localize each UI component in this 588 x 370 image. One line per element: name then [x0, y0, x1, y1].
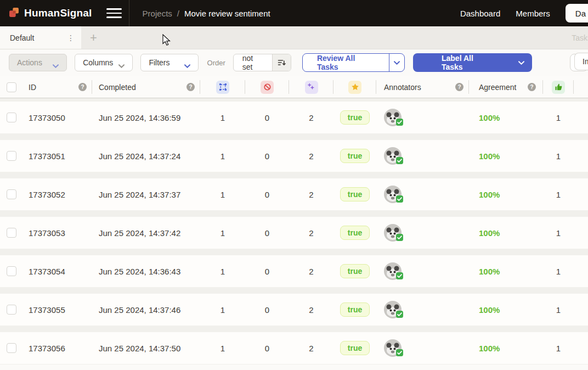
- annotator-avatar[interactable]: [384, 109, 402, 126]
- column-completed-label: Completed: [99, 83, 136, 92]
- annotator-avatar[interactable]: [384, 339, 402, 357]
- thumbs-up-icon[interactable]: [552, 81, 565, 94]
- row-checkbox-cell: [0, 102, 22, 133]
- tab-default[interactable]: Default ⋮: [0, 26, 81, 49]
- cell-annotations-count: 1: [200, 255, 245, 287]
- cell-annotators: [376, 217, 469, 249]
- table-row[interactable]: 17373053 Jun 25 2024, 14:37:42 1 0 2 tru…: [0, 217, 588, 249]
- cell-annotations-count: 1: [200, 140, 245, 172]
- row-checkbox[interactable]: [7, 266, 16, 276]
- import-button[interactable]: Im: [574, 53, 588, 70]
- value-badge: true: [340, 302, 370, 317]
- column-annotations[interactable]: [200, 76, 245, 98]
- order-value[interactable]: not set: [234, 54, 272, 71]
- label-all-tasks-split-button: Label All Tasks: [413, 53, 532, 72]
- sort-direction-icon[interactable]: [272, 54, 291, 71]
- row-checkbox[interactable]: [7, 189, 16, 199]
- review-all-tasks-button[interactable]: Review All Tasks: [303, 54, 389, 71]
- tab-default-label: Default: [10, 33, 34, 42]
- humansignal-logo[interactable]: HumanSignal: [0, 7, 92, 20]
- cell-completed: Jun 25 2024, 14:37:24: [92, 140, 200, 172]
- annotator-avatar[interactable]: [384, 262, 402, 280]
- label-all-tasks-button[interactable]: Label All Tasks: [413, 53, 516, 72]
- cell-annotators: [376, 178, 469, 210]
- column-predictions[interactable]: [289, 76, 333, 98]
- row-checkbox[interactable]: [7, 228, 16, 238]
- row-checkbox[interactable]: [7, 343, 16, 353]
- help-icon[interactable]: ?: [455, 83, 463, 91]
- cell-annotations-count: 1: [200, 294, 245, 326]
- help-icon[interactable]: ?: [78, 83, 87, 91]
- column-value[interactable]: [333, 76, 376, 98]
- table-row[interactable]: 17373050 Jun 25 2024, 14:36:59 1 0 2 tru…: [0, 102, 588, 133]
- tab-options-icon[interactable]: ⋮: [67, 34, 75, 42]
- annotator-check-icon: [396, 310, 403, 319]
- annotator-avatar[interactable]: [384, 301, 402, 318]
- breadcrumb: Projects / Movie review sentiment: [143, 9, 270, 18]
- bounding-box-icon[interactable]: [216, 81, 229, 94]
- column-completed[interactable]: Completed ?: [92, 76, 200, 98]
- cell-annotations-count: 1: [200, 178, 245, 210]
- table-row[interactable]: 17373055 Jun 25 2024, 14:37:46 1 0 2 tru…: [0, 294, 588, 326]
- hamburger-menu-icon[interactable]: [106, 8, 122, 18]
- cell-completed: Jun 25 2024, 14:37:46: [92, 294, 200, 326]
- cell-value: true: [333, 294, 376, 326]
- table-row[interactable]: 17373054 Jun 25 2024, 14:36:43 1 0 2 tru…: [0, 255, 588, 287]
- ban-icon[interactable]: [261, 81, 274, 94]
- help-icon[interactable]: ?: [186, 83, 195, 91]
- sparkles-icon[interactable]: [305, 81, 318, 94]
- value-badge: true: [340, 110, 370, 125]
- nav-dashboard[interactable]: Dashboard: [460, 9, 500, 18]
- cell-predictions-count: 2: [289, 140, 333, 172]
- cell-completed: Jun 25 2024, 14:37:50: [92, 332, 200, 364]
- column-annotators[interactable]: Annotators ?: [376, 76, 469, 98]
- star-icon[interactable]: [348, 81, 361, 94]
- column-overflow: [574, 76, 588, 98]
- nav-data-manager-pill[interactable]: Da: [566, 4, 588, 23]
- columns-dropdown[interactable]: Columns: [75, 54, 133, 71]
- cell-cancelled-count: 0: [245, 332, 289, 364]
- table-row[interactable]: 17373051 Jun 25 2024, 14:37:24 1 0 2 tru…: [0, 140, 588, 172]
- column-agreement[interactable]: Agreement ?: [469, 76, 543, 98]
- filters-label: Filters: [149, 58, 169, 67]
- cell-overflow: [574, 140, 588, 172]
- cell-value: true: [333, 178, 376, 210]
- row-checkbox-cell: [0, 140, 22, 172]
- row-checkbox-cell: [0, 294, 22, 326]
- humansignal-logo-icon: [9, 7, 19, 20]
- table-row[interactable]: 17373052 Jun 25 2024, 14:37:37 1 0 2 tru…: [0, 178, 588, 210]
- breadcrumb-projects[interactable]: Projects: [143, 9, 172, 18]
- table-header: ID ? Completed ?: [0, 76, 588, 98]
- column-id[interactable]: ID ?: [22, 76, 92, 98]
- cell-predictions-count: 2: [289, 217, 333, 249]
- breadcrumb-project-title: Movie review sentiment: [184, 9, 270, 18]
- row-checkbox[interactable]: [7, 113, 16, 122]
- cell-overflow: [574, 102, 588, 133]
- row-checkbox-cell: [0, 332, 22, 364]
- nav-members[interactable]: Members: [516, 9, 550, 18]
- help-icon[interactable]: ?: [528, 83, 536, 91]
- cell-reviews-count: 1: [543, 102, 574, 133]
- column-agreement-label: Agreement: [479, 83, 516, 92]
- select-all-checkbox[interactable]: [7, 82, 16, 92]
- actions-dropdown[interactable]: Actions: [9, 54, 67, 71]
- cell-reviews-count: 1: [543, 294, 574, 326]
- table-row[interactable]: 17373056 Jun 25 2024, 14:37:50 1 0 2 tru…: [0, 332, 588, 364]
- annotator-avatar[interactable]: [384, 147, 402, 165]
- column-cancelled[interactable]: [245, 76, 289, 98]
- label-all-tasks-chevron-icon[interactable]: [516, 53, 532, 72]
- row-checkbox[interactable]: [7, 151, 16, 161]
- annotator-avatar[interactable]: [384, 186, 402, 203]
- review-all-tasks-chevron-icon[interactable]: [389, 54, 404, 71]
- filters-dropdown[interactable]: Filters: [140, 54, 198, 71]
- cell-cancelled-count: 0: [245, 217, 289, 249]
- cell-value: true: [333, 102, 376, 133]
- column-reviews[interactable]: [543, 76, 574, 98]
- row-checkbox[interactable]: [7, 305, 16, 315]
- cell-agreement: 100%: [469, 217, 543, 249]
- annotator-avatar[interactable]: [384, 224, 402, 242]
- add-tab-button[interactable]: +: [81, 26, 106, 49]
- cell-predictions-count: 2: [289, 255, 333, 287]
- cell-overflow: [574, 178, 588, 210]
- cell-cancelled-count: 0: [245, 102, 289, 133]
